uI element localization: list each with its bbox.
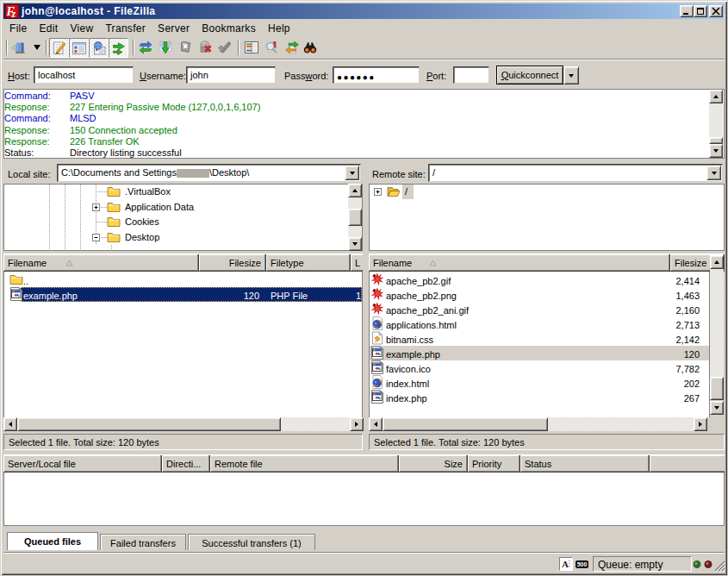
svg-text:A: A <box>562 559 569 569</box>
svg-text:z: z <box>11 8 16 18</box>
